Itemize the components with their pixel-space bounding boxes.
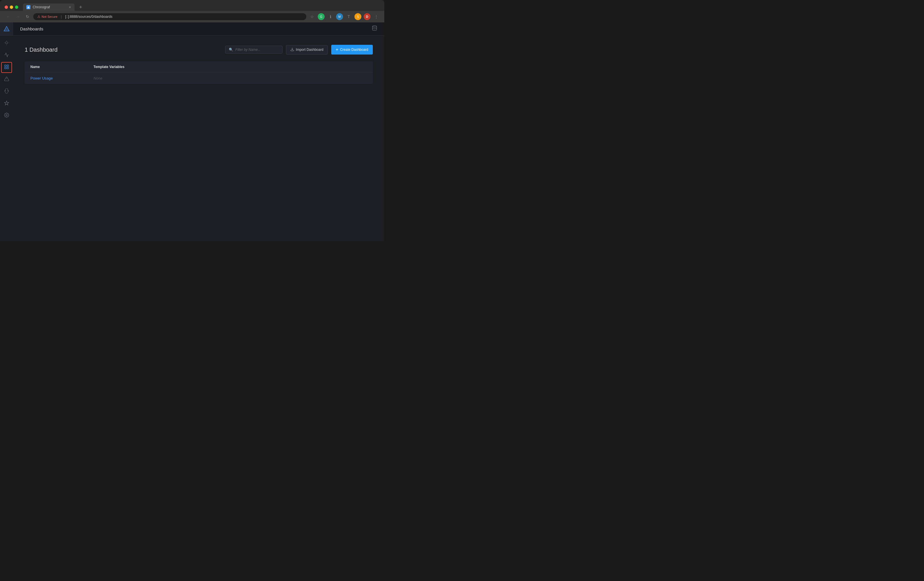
sidebar bbox=[0, 22, 13, 241]
tab-close-button[interactable]: × bbox=[69, 5, 71, 9]
app-container: Dashboards 1 Dashboard 🔍 bbox=[0, 22, 384, 241]
sidebar-item-explore[interactable] bbox=[1, 38, 12, 49]
create-icon: + bbox=[336, 47, 338, 52]
svg-marker-2 bbox=[5, 28, 8, 30]
url-separator: | bbox=[61, 15, 62, 19]
bookmark-icon[interactable]: ☆ bbox=[309, 13, 315, 20]
sidebar-item-data-explorer[interactable] bbox=[1, 50, 12, 61]
sidebar-item-dashboards[interactable] bbox=[1, 62, 12, 73]
maximize-button[interactable] bbox=[15, 5, 18, 9]
page-toolbar: 1 Dashboard 🔍 bbox=[25, 45, 373, 55]
create-dashboard-label: Create Dashboard bbox=[340, 48, 368, 52]
extension-icon-1[interactable]: G bbox=[318, 13, 325, 20]
create-dashboard-button[interactable]: + Create Dashboard bbox=[331, 45, 373, 55]
extension-icon-4[interactable]: T bbox=[345, 13, 352, 20]
filter-input-wrapper[interactable]: 🔍 bbox=[225, 46, 282, 54]
title-bar: Chronograf × + bbox=[0, 0, 384, 11]
extension-icon-3[interactable]: M bbox=[336, 13, 343, 20]
svg-rect-10 bbox=[5, 67, 6, 69]
extension-icon-2[interactable]: ℹ bbox=[327, 13, 334, 20]
table-row: Power Usage None bbox=[25, 73, 373, 84]
explore-icon bbox=[4, 40, 9, 47]
dashboard-name-link[interactable]: Power Usage bbox=[30, 76, 94, 80]
sidebar-nav bbox=[0, 36, 13, 121]
support-icon bbox=[4, 88, 9, 95]
app-header: Dashboards bbox=[13, 22, 384, 36]
search-icon: 🔍 bbox=[229, 48, 233, 52]
browser-chrome: Chronograf × + ← → ↻ ⚠ Not Secure | [::]… bbox=[0, 0, 384, 22]
back-button[interactable]: ← bbox=[5, 13, 12, 20]
sidebar-item-support[interactable] bbox=[1, 86, 12, 97]
extension-icon-5[interactable]: S bbox=[355, 13, 361, 20]
header-actions bbox=[372, 25, 378, 32]
dashboard-template-vars: None bbox=[94, 76, 367, 80]
dashboard-count: 1 Dashboard bbox=[25, 46, 58, 53]
data-explorer-icon bbox=[4, 52, 9, 59]
tab-title: Chronograf bbox=[33, 5, 66, 9]
sidebar-logo[interactable] bbox=[0, 22, 13, 36]
sidebar-item-alerts[interactable] bbox=[1, 74, 12, 85]
svg-rect-11 bbox=[7, 67, 8, 69]
svg-marker-0 bbox=[27, 6, 30, 8]
filter-input[interactable] bbox=[236, 48, 279, 52]
minimize-button[interactable] bbox=[10, 5, 13, 9]
import-icon bbox=[290, 47, 294, 52]
import-dashboard-label: Import Dashboard bbox=[296, 48, 323, 52]
nav-actions: ☆ G ℹ M T S D ⋮ bbox=[309, 13, 380, 20]
toolbar-actions: 🔍 Import Dashboard bbox=[225, 45, 373, 55]
profile-avatar[interactable]: D bbox=[364, 13, 371, 20]
url-bar[interactable]: ⚠ Not Secure | [::]:8888/sources/0/dashb… bbox=[33, 13, 306, 20]
svg-rect-8 bbox=[5, 65, 6, 66]
database-icon[interactable] bbox=[372, 25, 378, 32]
close-button[interactable] bbox=[5, 5, 8, 9]
svg-point-15 bbox=[373, 26, 377, 27]
dashboard-table: Name Template Variables Power Usage None bbox=[25, 61, 373, 84]
sidebar-item-settings[interactable] bbox=[1, 110, 12, 121]
page-content: 1 Dashboard 🔍 bbox=[13, 36, 384, 241]
forward-button[interactable]: → bbox=[14, 13, 22, 20]
not-secure-label: Not Secure bbox=[41, 15, 57, 18]
more-menu-button[interactable]: ⋮ bbox=[373, 13, 380, 20]
browser-tab[interactable]: Chronograf × bbox=[23, 3, 74, 11]
admin-icon bbox=[4, 101, 9, 107]
new-tab-button[interactable]: + bbox=[77, 4, 84, 10]
main-content: Dashboards 1 Dashboard 🔍 bbox=[13, 22, 384, 241]
sidebar-item-admin[interactable] bbox=[1, 98, 12, 109]
dashboards-icon bbox=[4, 64, 9, 71]
warning-icon: ⚠ bbox=[37, 15, 40, 19]
import-dashboard-button[interactable]: Import Dashboard bbox=[286, 45, 328, 55]
tab-favicon bbox=[26, 5, 30, 9]
col-template-vars-header: Template Variables bbox=[94, 65, 367, 69]
svg-point-14 bbox=[6, 114, 7, 116]
svg-rect-9 bbox=[7, 65, 8, 66]
settings-icon bbox=[4, 113, 9, 119]
nav-bar: ← → ↻ ⚠ Not Secure | [::]:8888/sources/0… bbox=[0, 11, 384, 22]
traffic-lights bbox=[5, 5, 18, 9]
svg-point-3 bbox=[5, 41, 8, 44]
col-name-header: Name bbox=[30, 65, 94, 69]
security-warning: ⚠ Not Secure bbox=[37, 15, 57, 19]
alerts-icon bbox=[4, 76, 9, 83]
page-title: Dashboards bbox=[20, 26, 43, 31]
refresh-button[interactable]: ↻ bbox=[24, 13, 31, 20]
table-header: Name Template Variables bbox=[25, 61, 373, 73]
url-text: [::]:8888/sources/0/dashboards bbox=[65, 15, 112, 19]
